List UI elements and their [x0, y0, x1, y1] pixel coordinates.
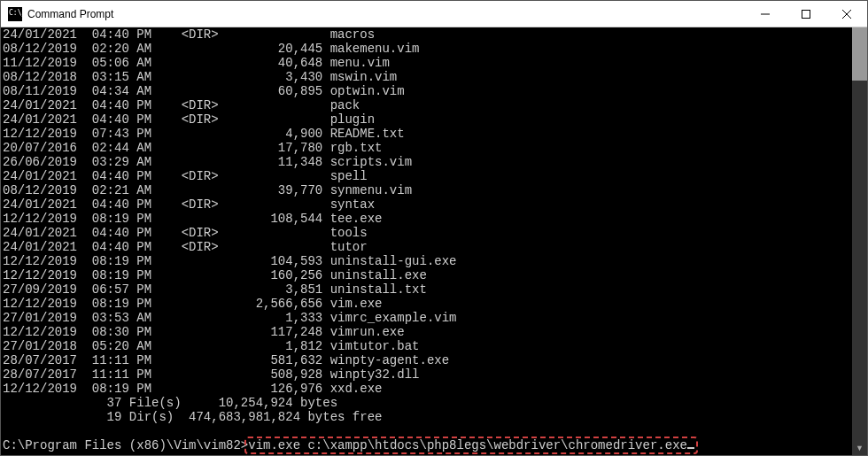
- listing-row: 24/01/2021 04:40 PM <DIR> syntax: [3, 197, 852, 212]
- listing-row: 08/11/2019 04:34 AM 60,895 optwin.vim: [3, 84, 852, 98]
- maximize-button[interactable]: [786, 1, 826, 27]
- minimize-button[interactable]: [745, 1, 786, 27]
- window-title: Command Prompt: [27, 8, 745, 20]
- scroll-down-arrow-icon[interactable]: ▼: [852, 440, 867, 455]
- listing-row: 12/12/2019 07:43 PM 4,900 README.txt: [3, 127, 852, 141]
- listing-row: 20/07/2016 02:44 AM 17,780 rgb.txt: [3, 141, 852, 155]
- listing-row: 27/01/2018 05:20 AM 1,812 vimtutor.bat: [3, 339, 852, 353]
- listing-row: 12/12/2019 08:19 PM 160,256 uninstall.ex…: [3, 268, 852, 282]
- listing-row: 24/01/2021 04:40 PM <DIR> plugin: [3, 112, 852, 127]
- listing-row: 24/01/2021 04:40 PM <DIR> tutor: [3, 240, 852, 254]
- listing-row: 26/06/2019 03:29 AM 11,348 scripts.vim: [3, 155, 852, 169]
- prompt-line[interactable]: C:\Program Files (x86)\Vim\vim82>vim.exe…: [3, 438, 852, 452]
- terminal-output[interactable]: 24/01/2021 04:40 PM <DIR> macros08/12/20…: [1, 27, 852, 455]
- listing-row: 24/01/2021 04:40 PM <DIR> macros: [3, 27, 852, 42]
- listing-row: 08/12/2019 02:20 AM 20,445 makemenu.vim: [3, 42, 852, 56]
- command-prompt-window: Command Prompt 24/01/2021 04:40 PM <DIR>…: [0, 0, 868, 456]
- listing-row: 28/07/2017 11:11 PM 508,928 winpty32.dll: [3, 367, 852, 382]
- summary-dirs: 19 Dir(s) 474,683,981,824 bytes free: [3, 410, 852, 424]
- maximize-icon: [802, 10, 810, 19]
- listing-row: 24/01/2021 04:40 PM <DIR> spell: [3, 169, 852, 183]
- close-icon: [842, 10, 851, 19]
- listing-row: 12/12/2019 08:19 PM 2,566,656 vim.exe: [3, 297, 852, 311]
- listing-row: 12/12/2019 08:19 PM 104,593 uninstall-gu…: [3, 254, 852, 268]
- typed-command: vim.exe c:\xampp\htdocs\php8legs\webdriv…: [248, 438, 694, 452]
- close-button[interactable]: [826, 1, 867, 27]
- terminal-area: 24/01/2021 04:40 PM <DIR> macros08/12/20…: [1, 27, 867, 455]
- listing-row: 27/01/2019 03:53 AM 1,333 vimrc_example.…: [3, 311, 852, 325]
- svg-rect-1: [802, 10, 810, 18]
- prompt-path: C:\Program Files (x86)\Vim\vim82>: [3, 438, 248, 452]
- listing-row: 24/01/2021 04:40 PM <DIR> pack: [3, 98, 852, 112]
- titlebar[interactable]: Command Prompt: [1, 1, 867, 27]
- listing-row: 27/09/2019 06:57 PM 3,851 uninstall.txt: [3, 282, 852, 297]
- summary-files: 37 File(s) 10,254,924 bytes: [3, 396, 852, 410]
- listing-row: 11/12/2019 05:06 AM 40,648 menu.vim: [3, 56, 852, 70]
- listing-row: 24/01/2021 04:40 PM <DIR> tools: [3, 226, 852, 240]
- listing-row: 08/12/2019 02:21 AM 39,770 synmenu.vim: [3, 183, 852, 197]
- blank-line: [3, 424, 852, 438]
- listing-row: 12/12/2019 08:19 PM 126,976 xxd.exe: [3, 382, 852, 396]
- cmd-icon: [8, 7, 22, 21]
- minimize-icon: [761, 10, 770, 19]
- scroll-thumb[interactable]: [852, 27, 867, 81]
- listing-row: 28/07/2017 11:11 PM 581,632 winpty-agent…: [3, 353, 852, 367]
- scrollbar[interactable]: ▼: [852, 27, 867, 455]
- listing-row: 12/12/2019 08:19 PM 108,544 tee.exe: [3, 212, 852, 226]
- listing-row: 12/12/2019 08:30 PM 117,248 vimrun.exe: [3, 325, 852, 339]
- cursor: [687, 447, 694, 449]
- listing-row: 08/12/2018 03:15 AM 3,430 mswin.vim: [3, 70, 852, 84]
